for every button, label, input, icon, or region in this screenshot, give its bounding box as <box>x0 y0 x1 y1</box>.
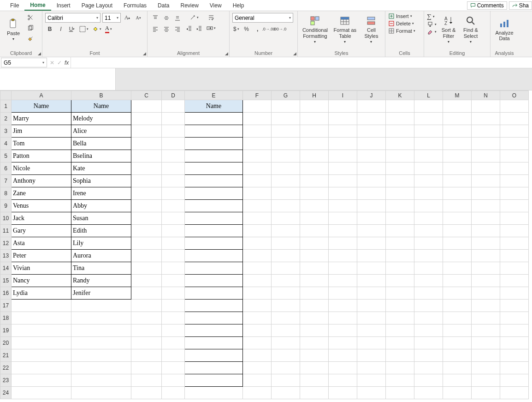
fx-icon[interactable]: fx <box>65 60 69 66</box>
tab-data[interactable]: Data <box>152 1 175 10</box>
decrease-font-button[interactable]: A▾ <box>134 13 143 23</box>
cell-I12[interactable] <box>329 237 357 250</box>
row-header-8[interactable]: 8 <box>0 187 12 200</box>
cell-H22[interactable] <box>300 362 329 374</box>
formula-input[interactable] <box>71 57 532 68</box>
cell-F3[interactable] <box>243 125 272 138</box>
increase-decimal-button[interactable]: .0→.00 <box>264 24 273 34</box>
fill-button[interactable]: ▾ <box>427 21 437 28</box>
cell-H4[interactable] <box>300 138 329 150</box>
cell-B3[interactable]: Alice <box>71 125 131 138</box>
row-header-22[interactable]: 22 <box>0 362 12 374</box>
font-name-combo[interactable]: Calibri▾ <box>45 13 100 23</box>
cell-C17[interactable] <box>131 300 162 312</box>
cell-K7[interactable] <box>386 175 414 187</box>
cell-H6[interactable] <box>300 162 329 175</box>
find-select-button[interactable]: Find & Select▾ <box>461 13 481 46</box>
cell-H3[interactable] <box>300 125 329 138</box>
tab-formulas[interactable]: Formulas <box>118 1 152 10</box>
tab-file[interactable]: File <box>5 1 24 10</box>
row-header-14[interactable]: 14 <box>0 262 12 275</box>
underline-button[interactable]: U▾ <box>67 24 77 34</box>
cell-O3[interactable] <box>500 125 529 138</box>
cell-H16[interactable] <box>300 287 329 300</box>
cell-D20[interactable] <box>162 337 185 349</box>
cell-F21[interactable] <box>243 349 272 362</box>
cell-D24[interactable] <box>162 387 185 399</box>
row-header-24[interactable]: 24 <box>0 387 12 399</box>
cell-J20[interactable] <box>357 337 386 349</box>
cell-M17[interactable] <box>443 300 472 312</box>
cell-D10[interactable] <box>162 212 185 225</box>
cell-M19[interactable] <box>443 324 472 337</box>
cell-K6[interactable] <box>386 162 414 175</box>
row-header-9[interactable]: 9 <box>0 200 12 212</box>
cancel-formula-icon[interactable]: ✕ <box>50 60 54 66</box>
cell-B13[interactable]: Aurora <box>71 250 131 262</box>
cell-L13[interactable] <box>414 250 443 262</box>
cut-button[interactable] <box>26 13 35 22</box>
cell-O17[interactable] <box>500 300 529 312</box>
cell-A8[interactable]: Zane <box>12 187 71 200</box>
format-painter-button[interactable] <box>26 34 35 43</box>
cell-N16[interactable] <box>472 287 500 300</box>
cell-D2[interactable] <box>162 113 185 125</box>
cell-F9[interactable] <box>243 200 272 212</box>
cell-D4[interactable] <box>162 138 185 150</box>
cell-L16[interactable] <box>414 287 443 300</box>
cell-O4[interactable] <box>500 138 529 150</box>
share-button[interactable]: Sha <box>509 1 532 10</box>
cell-F22[interactable] <box>243 362 272 374</box>
cell-C5[interactable] <box>131 150 162 162</box>
cell-F17[interactable] <box>243 300 272 312</box>
row-header-6[interactable]: 6 <box>0 162 12 175</box>
name-box[interactable]: G5 ▾ <box>1 58 47 67</box>
cell-O18[interactable] <box>500 312 529 324</box>
cell-D22[interactable] <box>162 362 185 374</box>
cell-B19[interactable] <box>71 324 131 337</box>
cell-L18[interactable] <box>414 312 443 324</box>
cell-N14[interactable] <box>472 262 500 275</box>
cell-K1[interactable] <box>386 100 414 113</box>
cell-G1[interactable] <box>272 100 300 113</box>
align-bottom-button[interactable] <box>172 13 183 23</box>
cell-A17[interactable] <box>12 300 71 312</box>
cell-F23[interactable] <box>243 374 272 387</box>
cell-B6[interactable]: Kate <box>71 162 131 175</box>
cell-B7[interactable]: Sophia <box>71 175 131 187</box>
cell-A13[interactable]: Peter <box>12 250 71 262</box>
cell-I10[interactable] <box>329 212 357 225</box>
cell-H19[interactable] <box>300 324 329 337</box>
cell-O19[interactable] <box>500 324 529 337</box>
dialog-launcher-icon[interactable]: ◢ <box>293 51 296 56</box>
cell-I5[interactable] <box>329 150 357 162</box>
percent-button[interactable]: % <box>242 24 251 34</box>
cell-J8[interactable] <box>357 187 386 200</box>
cell-D14[interactable] <box>162 262 185 275</box>
cell-G7[interactable] <box>272 175 300 187</box>
cell-G4[interactable] <box>272 138 300 150</box>
cell-H15[interactable] <box>300 275 329 287</box>
cell-E3[interactable] <box>185 125 243 138</box>
cell-N19[interactable] <box>472 324 500 337</box>
cell-G17[interactable] <box>272 300 300 312</box>
cell-B22[interactable] <box>71 362 131 374</box>
cell-A10[interactable]: Jack <box>12 212 71 225</box>
cell-N17[interactable] <box>472 300 500 312</box>
cell-G10[interactable] <box>272 212 300 225</box>
cell-D8[interactable] <box>162 187 185 200</box>
decrease-indent-button[interactable] <box>184 24 194 33</box>
spreadsheet[interactable]: ABCDEFGHIJKLMNO1NameNameName2MarryMelody… <box>0 90 532 402</box>
cell-M7[interactable] <box>443 175 472 187</box>
cell-C7[interactable] <box>131 175 162 187</box>
font-color-button[interactable]: A▾ <box>104 24 113 34</box>
cell-F4[interactable] <box>243 138 272 150</box>
cell-A7[interactable]: Anthony <box>12 175 71 187</box>
cell-H11[interactable] <box>300 225 329 237</box>
tab-view[interactable]: View <box>204 1 227 10</box>
cell-H20[interactable] <box>300 337 329 349</box>
cell-I6[interactable] <box>329 162 357 175</box>
cell-A16[interactable]: Lydia <box>12 287 71 300</box>
cell-E1[interactable]: Name <box>185 100 243 113</box>
cell-F11[interactable] <box>243 225 272 237</box>
